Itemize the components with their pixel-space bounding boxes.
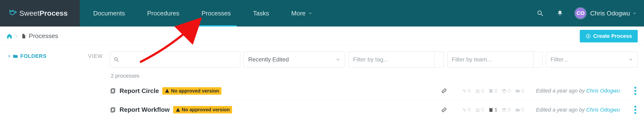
nav-more[interactable]: More [280,0,323,26]
link-icon[interactable] [441,88,447,94]
svg-line-1 [541,14,543,16]
notifications-button[interactable] [550,0,570,26]
stat: 0 [462,107,470,113]
process-list: Report Circle No approved version 00000 … [110,81,638,119]
sidebar: FOLDERS VIEW [0,46,110,119]
process-title: Report Workflow [120,106,170,114]
filter-team-select[interactable]: Filter by team... [447,52,542,67]
edited-meta: Edited a year ago by Chris Odogwu [536,88,620,94]
svg-rect-16 [490,107,492,108]
chevron-down-icon [434,52,439,67]
filter-team-placeholder: Filter by team... [452,56,492,63]
nav-label: Processes [202,10,230,17]
chevron-right-icon [7,54,11,58]
stat: 0 [515,107,524,113]
edited-meta: Edited a year ago by Chris Odogwu [536,107,620,113]
search-icon [536,10,544,17]
filter-tag-select[interactable]: Filter by tag... [348,52,444,67]
bell-icon [556,10,564,17]
nav-tasks[interactable]: Tasks [242,0,280,26]
sidebar-folders[interactable]: FOLDERS VIEW [7,53,102,59]
row-menu-button[interactable] [634,105,636,115]
nav-procedures[interactable]: Procedures [136,0,190,26]
svg-rect-9 [490,89,492,93]
nav-label: Procedures [147,10,180,17]
stat: 0 [502,88,510,94]
svg-point-14 [478,109,479,110]
chevron-down-icon [632,11,637,15]
user-menu[interactable]: CO Chris Odogwu [570,0,644,26]
user-name: Chris Odogwu [590,10,630,17]
stat: 0 [488,88,497,94]
breadcrumb-current: Processes [29,32,58,40]
editor-link[interactable]: Chris Odogwu [586,107,620,113]
search-input[interactable] [123,56,240,63]
nav-label: More [291,10,306,17]
folder-icon [12,53,18,59]
processes-icon [21,33,26,39]
breadcrumb-bar: › Processes Create Process [0,26,644,46]
brand-text-thin: Sweet [19,9,39,17]
svg-point-8 [478,90,479,91]
process-row[interactable]: Report Workflow No approved version 0010… [110,100,638,119]
result-count: 2 processes [111,73,638,79]
sort-value: Recently Edited [248,56,289,63]
create-process-label: Create Process [593,33,632,39]
main-content: Recently Edited Filter by tag... Filter … [110,46,644,119]
svg-rect-10 [490,88,492,89]
stat: 0 [462,88,470,94]
breadcrumb-separator: › [16,33,18,39]
svg-point-13 [476,109,478,110]
process-title: Report Circle [120,87,159,95]
stat: 1 [488,107,497,113]
avatar: CO [574,7,587,19]
chevron-down-icon [628,57,633,62]
sidebar-view-toggle[interactable]: VIEW [88,53,102,59]
svg-point-7 [476,90,478,91]
chevron-down-icon [533,52,538,67]
stat-group: 00000 [462,88,524,94]
process-row[interactable]: Report Circle No approved version 00000 … [110,81,638,100]
filter-generic-select[interactable]: Filter... [546,52,638,67]
cup-icon [9,9,18,17]
stat: 0 [475,107,484,113]
copy-icon [110,107,116,113]
nav-processes[interactable]: Processes [190,0,242,26]
plus-circle-icon [586,33,591,39]
top-nav: Sweet Process Documents Procedures Proce… [0,0,644,26]
filter-bar: Recently Edited Filter by tag... Filter … [110,52,638,67]
stat: 0 [515,88,524,94]
svg-rect-15 [490,108,492,112]
status-badge: No approved version [162,87,222,95]
sort-select[interactable]: Recently Edited [244,52,345,67]
brand-logo[interactable]: Sweet Process [0,0,80,26]
create-process-button[interactable]: Create Process [580,30,638,42]
search-input-wrap[interactable] [110,52,240,67]
brand-text-bold: Process [39,9,68,17]
filter-tag-placeholder: Filter by tag... [353,56,388,63]
copy-icon [110,88,116,94]
nav-documents[interactable]: Documents [82,0,136,26]
stat: 0 [502,107,510,113]
sidebar-folders-label: FOLDERS [20,53,46,59]
chevron-down-icon [336,57,340,62]
svg-point-0 [538,11,542,14]
link-icon[interactable] [441,107,447,113]
search-button[interactable] [530,0,550,26]
nav-label: Tasks [253,10,269,17]
row-menu-button[interactable] [634,86,636,96]
stat: 0 [475,88,484,94]
home-icon[interactable] [6,33,12,39]
search-icon [114,57,119,62]
primary-nav: Documents Procedures Processes Tasks Mor… [80,0,644,26]
filter-generic-placeholder: Filter... [550,56,568,63]
stat-group: 00100 [462,107,524,113]
nav-label: Documents [93,10,125,17]
svg-point-3 [114,58,117,60]
editor-link[interactable]: Chris Odogwu [586,88,620,94]
chevron-down-icon [308,11,312,15]
svg-line-4 [117,60,118,62]
status-badge: No approved version [173,106,232,114]
